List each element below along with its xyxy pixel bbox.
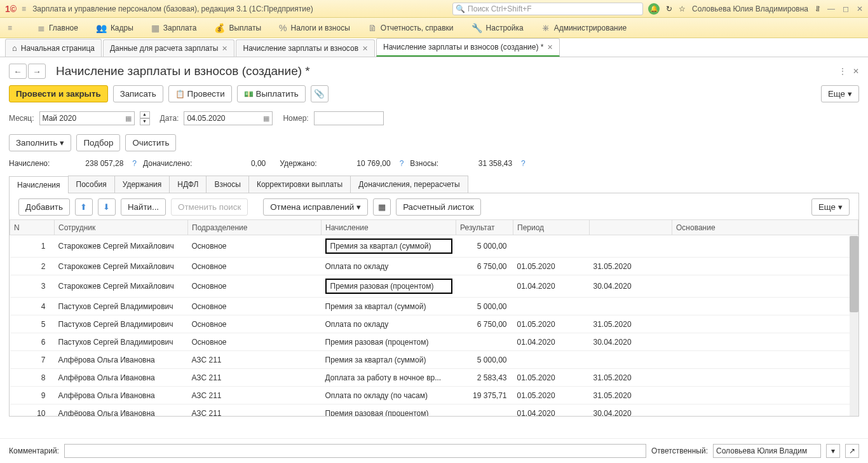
menu-item[interactable]: ⛯Администрирование — [541, 23, 627, 33]
cell-accrual: Премия разовая (процентом) — [322, 404, 456, 417]
calendar-icon[interactable]: ▦ — [263, 114, 269, 123]
table-row[interactable]: 9 Алфёрова Ольга Ивановна АЗС 211 Оплата… — [10, 387, 858, 404]
table-row[interactable]: 2 Старокожев Сергей Михайлович Основное … — [10, 258, 858, 275]
filter-icon[interactable]: ⥯ — [815, 4, 821, 13]
history-icon[interactable]: ↻ — [666, 4, 672, 13]
doc-tab[interactable]: Начисление зарплаты и взносов✕ — [236, 39, 375, 57]
cell-result: 2 583,43 — [456, 369, 513, 387]
maximize-icon[interactable]: ◻ — [843, 4, 849, 13]
tab-close-icon[interactable]: ✕ — [222, 45, 227, 53]
inner-tab[interactable]: Корректировки выплаты — [248, 176, 351, 193]
menu-item[interactable]: 👥Кадры — [96, 23, 133, 33]
app-title: Зарплата и управление персоналом (базова… — [32, 4, 313, 13]
close-icon[interactable]: ✕ — [857, 4, 863, 13]
table-row[interactable]: 1 Старокожев Сергей Михайлович Основное … — [10, 235, 858, 258]
doc-tab[interactable]: Начисление зарплаты и взносов (создание)… — [376, 38, 560, 57]
col-n[interactable]: N — [10, 220, 55, 235]
menu-item[interactable]: 💰Выплаты — [214, 23, 261, 33]
star-icon[interactable]: ☆ — [679, 4, 686, 13]
col-result[interactable]: Результат — [456, 220, 513, 235]
doc-tab[interactable]: Данные для расчета зарплаты✕ — [103, 39, 235, 57]
month-spinner[interactable]: ▲▼ — [140, 111, 150, 125]
table-settings-button[interactable]: ▦ — [373, 198, 391, 216]
close-page-icon[interactable]: ✕ — [853, 67, 859, 76]
payslip-button[interactable]: Расчетный листок — [396, 198, 481, 216]
table-row[interactable]: 7 Алфёрова Ольга Ивановна АЗС 211 Премия… — [10, 351, 858, 369]
inner-tab[interactable]: НДФЛ — [169, 176, 207, 193]
col-employee[interactable]: Сотрудник — [55, 220, 188, 235]
col-accrual[interactable]: Начисление — [322, 220, 456, 235]
col-period[interactable]: Период — [513, 220, 590, 235]
tab-close-icon[interactable]: ✕ — [547, 43, 553, 52]
find-button[interactable]: Найти... — [121, 198, 166, 216]
post-and-close-button[interactable]: Провести и закрыть — [9, 85, 108, 102]
cancel-fix-button[interactable]: Отмена исправлений ▾ — [263, 198, 368, 216]
table-row[interactable]: 8 Алфёрова Ольга Ивановна АЗС 211 Доплат… — [10, 369, 858, 387]
inner-tab[interactable]: Взносы — [206, 176, 248, 193]
month-input[interactable]: Май 2020▦ — [39, 111, 135, 125]
spinner-up-icon[interactable]: ▲ — [140, 111, 150, 118]
col-department[interactable]: Подразделение — [188, 220, 322, 235]
withheld-value: 10 769,00 — [323, 159, 393, 168]
menu-item[interactable]: ≣Главное — [37, 23, 78, 33]
title-icons: 🔔 ↻ ☆ Соловьева Юлия Владимировна ⥯ — [648, 3, 821, 15]
nav-back-button[interactable]: ← — [9, 64, 27, 79]
cell-department: Основное — [188, 333, 322, 351]
inner-tab[interactable]: Пособия — [68, 176, 115, 193]
number-input[interactable] — [314, 111, 384, 125]
menu-item[interactable]: %Налоги и взносы — [279, 23, 350, 33]
pick-button[interactable]: Подбор — [76, 134, 120, 151]
menu-icon: ≣ — [37, 23, 45, 33]
help-icon[interactable]: ? — [521, 159, 526, 168]
titlebar: 1© ≡ Зарплата и управление персоналом (б… — [0, 0, 868, 18]
minimize-icon[interactable]: — — [827, 4, 835, 13]
user-name[interactable]: Соловьева Юлия Владимировна — [692, 4, 808, 13]
move-up-button[interactable]: ⬆ — [75, 198, 93, 216]
logo-1c: 1© — [5, 4, 17, 14]
cell-n: 7 — [10, 351, 55, 369]
col-period-end[interactable] — [590, 220, 672, 235]
table-row[interactable]: 10 Алфёрова Ольга Ивановна АЗС 211 Преми… — [10, 404, 858, 417]
move-down-button[interactable]: ⬇ — [98, 198, 116, 216]
inner-tab[interactable]: Удержания — [114, 176, 170, 193]
attach-button[interactable]: 📎 — [311, 85, 329, 102]
menu-toggle-icon[interactable]: ≡ — [8, 24, 12, 32]
kebab-icon[interactable]: ⋮ — [839, 67, 846, 76]
search-input[interactable]: 🔍 Поиск Ctrl+Shift+F — [452, 3, 643, 15]
table-more-button[interactable]: Еще ▾ — [811, 198, 850, 216]
tab-close-icon[interactable]: ✕ — [362, 45, 368, 53]
help-icon[interactable]: ? — [132, 159, 137, 168]
add-row-button[interactable]: Добавить — [18, 198, 70, 216]
menu-item[interactable]: 🔧Настройка — [471, 23, 524, 33]
pay-button[interactable]: 💵Выплатить — [237, 85, 306, 102]
cell-employee: Старокожев Сергей Михайлович — [55, 275, 188, 298]
menu-item[interactable]: 🗎Отчетность, справки — [368, 23, 454, 33]
nav-forward-button[interactable]: → — [28, 64, 46, 79]
bell-icon[interactable]: 🔔 — [648, 3, 660, 15]
inner-tab[interactable]: Начисления — [9, 176, 69, 193]
accruals-table[interactable]: N Сотрудник Подразделение Начисление Рез… — [10, 219, 858, 417]
inner-tab[interactable]: Доначисления, перерасчеты — [350, 176, 468, 193]
hamburger-icon[interactable]: ≡ — [22, 4, 26, 13]
post-button[interactable]: 📋Провести — [168, 85, 232, 102]
highlighted-accrual: Премия за квартал (суммой) — [325, 238, 452, 254]
table-row[interactable]: 4 Пастухов Сергей Владимирович Основное … — [10, 298, 858, 315]
table-row[interactable]: 5 Пастухов Сергей Владимирович Основное … — [10, 315, 858, 333]
menu-item[interactable]: ▦Зарплата — [151, 23, 197, 33]
menu-label: Главное — [49, 24, 78, 32]
scroll-thumb[interactable] — [850, 236, 858, 312]
cell-employee: Алфёрова Ольга Ивановна — [55, 369, 188, 387]
calendar-icon[interactable]: ▦ — [125, 114, 132, 123]
clear-button[interactable]: Очистить — [125, 134, 176, 151]
doc-tab[interactable]: ⌂Начальная страница — [5, 39, 102, 57]
scrollbar[interactable] — [850, 236, 858, 416]
fill-button[interactable]: Заполнить ▾ — [9, 134, 71, 151]
save-button[interactable]: Записать — [113, 85, 163, 102]
table-row[interactable]: 3 Старокожев Сергей Михайлович Основное … — [10, 275, 858, 298]
table-row[interactable]: 6 Пастухов Сергей Владимирович Основное … — [10, 333, 858, 351]
col-basis[interactable]: Основание — [672, 220, 858, 235]
help-icon[interactable]: ? — [400, 159, 404, 168]
more-button[interactable]: Еще ▾ — [821, 85, 859, 102]
spinner-down-icon[interactable]: ▼ — [140, 118, 150, 125]
date-input[interactable]: 04.05.2020▦ — [184, 111, 273, 125]
